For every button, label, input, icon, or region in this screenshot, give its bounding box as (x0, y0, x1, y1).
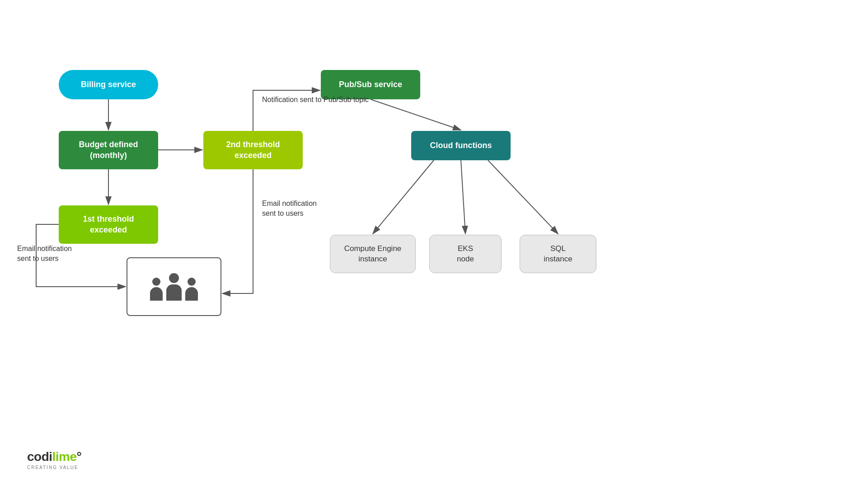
pubsub-label: Pub/Sub service (339, 79, 402, 90)
eks-label: EKSnode (457, 244, 474, 264)
cloud-functions-node: Cloud functions (411, 131, 511, 160)
cloud-label: Cloud functions (430, 140, 492, 151)
threshold2-node: 2nd thresholdexceeded (203, 131, 303, 169)
compute-label: Compute Engineinstance (344, 244, 402, 264)
svg-line-5 (373, 160, 434, 234)
diagram-container: Billing service Budget defined(monthly) … (0, 0, 868, 488)
eks-node: EKSnode (429, 235, 502, 273)
logo-text: codilime° (27, 450, 81, 464)
svg-line-4 (371, 99, 461, 130)
sql-label: SQLinstance (544, 244, 572, 264)
billing-service-node: Billing service (59, 70, 158, 99)
threshold1-node: 1st thresholdexceeded (59, 205, 158, 244)
email-notification-1-label: Email notificationsent to users (17, 244, 72, 264)
person-1 (150, 278, 163, 301)
threshold2-label: 2nd thresholdexceeded (226, 139, 280, 161)
email-notification-2-label: Email notificationsent to users (262, 199, 317, 219)
person-2 (166, 273, 182, 301)
compute-engine-node: Compute Engineinstance (330, 235, 416, 273)
svg-line-6 (461, 160, 465, 234)
svg-line-7 (488, 160, 558, 234)
people-icon (150, 273, 198, 301)
budget-node: Budget defined(monthly) (59, 131, 158, 169)
notification-label: Notification sent to Pub/Sub topic (262, 95, 369, 105)
budget-label: Budget defined(monthly) (79, 139, 138, 161)
logo-highlight: lime (52, 450, 77, 464)
person-3 (185, 278, 198, 301)
codilime-logo: codilime° CREATING VALUE (27, 450, 81, 470)
threshold1-label: 1st thresholdexceeded (83, 214, 134, 235)
logo-subtitle: CREATING VALUE (27, 465, 79, 470)
billing-label: Billing service (81, 79, 136, 90)
users-box (127, 257, 221, 316)
sql-node: SQLinstance (520, 235, 596, 273)
